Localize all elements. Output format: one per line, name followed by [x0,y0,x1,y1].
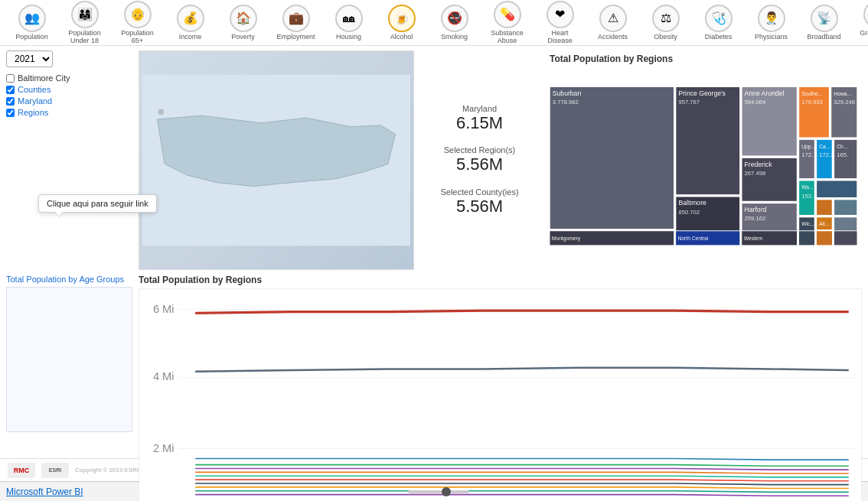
top-navigation: 👥Population👨‍👩‍👧Population Under 18👴Popu… [0,0,868,46]
nav-item-poverty[interactable]: 🏠Poverty [222,5,264,41]
svg-text:North Central: North Central [678,236,709,241]
nav-item-broadband[interactable]: 📡Broadband [803,5,845,41]
rmc-logo: RMC [8,463,35,478]
checkbox-baltimore-city-label: Baltimore City [18,73,70,83]
svg-rect-39 [816,200,832,216]
svg-rect-40 [834,200,857,216]
svg-text:Harford: Harford [745,206,767,213]
svg-text:6 Mi: 6 Mi [153,303,175,315]
powerbi-link[interactable]: Microsoft Power BI [6,486,83,497]
svg-text:Frederick: Frederick [745,161,773,168]
nav-icon-diabetes: 🩺 [705,5,733,32]
nav-item-heart-disease[interactable]: ❤Heart Disease [539,1,581,45]
nav-label-broadband: Broadband [807,34,840,41]
nav-item-diabetes[interactable]: 🩺Diabetes [697,5,739,41]
nav-label-housing: Housing [336,34,361,41]
nav-icon-smoking: 🚭 [441,5,468,32]
selected-regions-stat: Selected Region(s) 5.56M [429,145,530,174]
zoom-thumb [442,487,451,496]
nav-icon-physicians: 👨‍⚕️ [758,5,785,32]
nav-label-smoking: Smoking [441,34,468,41]
nav-item-substance-abuse[interactable]: 💊Substance Abuse [486,1,528,45]
nav-item-accidents[interactable]: ⚠Accidents [592,5,634,41]
svg-text:153.: 153. [801,193,813,200]
filter-checkboxes: Baltimore City Counties Maryland Regions [6,73,132,117]
checkbox-regions-input[interactable] [6,109,15,117]
svg-text:Wa...: Wa... [801,184,813,190]
nav-item-income[interactable]: 💰Income [169,5,211,41]
nav-label-accidents: Accidents [598,34,628,41]
nav-icon-population-65plus: 👴 [124,1,152,28]
nav-item-housing[interactable]: 🏘Housing [328,5,370,41]
svg-rect-2 [550,86,674,229]
svg-text:Wic...: Wic... [801,221,814,226]
nav-icon-broadband: 📡 [811,5,838,32]
svg-text:3.778.982: 3.778.982 [553,99,579,106]
nav-item-smoking[interactable]: 🚭Smoking [433,5,475,41]
checkbox-baltimore-city[interactable]: Baltimore City [6,73,132,83]
nav-item-graduation-rate[interactable]: 🎓Graduation Rate [856,1,868,45]
svg-text:Baltimore: Baltimore [678,199,706,207]
selected-regions-value: 5.56M [429,155,530,174]
nav-icon-graduation-rate: 🎓 [863,1,869,28]
svg-rect-58 [7,288,132,431]
svg-text:Suburban: Suburban [553,89,582,97]
nav-item-employment[interactable]: 💼Employment [275,5,317,41]
nav-icon-poverty: 🏠 [230,5,257,32]
maryland-stat-value: 6.15M [429,113,530,133]
svg-text:267.498: 267.498 [745,170,766,177]
svg-text:Western: Western [744,236,763,241]
nav-label-population: Population [15,34,48,41]
nav-item-alcohol[interactable]: 🍺Alcohol [380,5,423,41]
nav-icon-employment: 💼 [282,5,310,32]
nav-label-obesity: Obesity [654,34,677,41]
svg-text:172.1: 172.1 [819,151,834,158]
nav-item-population-65plus[interactable]: 👴Population 65+ [116,1,158,45]
stats-area: Maryland 6.15M Selected Region(s) 5.56M … [420,50,539,270]
nav-icon-population: 👥 [18,5,46,32]
map-svg [142,54,410,266]
nav-label-population-65plus: Population 65+ [116,30,158,45]
nav-label-employment: Employment [276,34,315,41]
svg-text:850.702: 850.702 [678,209,700,216]
checkbox-regions[interactable]: Regions [6,108,132,117]
svg-text:584.064: 584.064 [745,99,766,106]
checkbox-maryland[interactable]: Maryland [6,96,132,106]
checkbox-counties[interactable]: Counties [6,85,132,94]
line-chart-title: Total Population by Regions [139,275,862,285]
nav-icon-substance-abuse: 💊 [494,1,521,28]
link-tooltip: Clique aqui para seguir link [38,194,157,213]
checkbox-maryland-input[interactable] [6,97,15,106]
nav-icon-accidents: ⚠ [599,5,627,32]
svg-text:Southe...: Southe... [801,91,822,96]
selected-counties-label: Selected County(ies) [429,187,530,197]
svg-rect-57 [834,231,857,246]
nav-item-physicians[interactable]: 👨‍⚕️Physicians [750,5,792,41]
map-area[interactable] [139,50,414,270]
esri-logo: ESRI [41,463,69,478]
nav-item-obesity[interactable]: ⚖Obesity [644,5,687,41]
bottom-row: Total Population by Age Groups Total Pop… [0,275,868,458]
nav-icon-housing: 🏘 [335,5,363,32]
svg-text:All...: All... [819,221,829,226]
age-chart-svg [7,288,132,431]
checkbox-baltimore-city-input[interactable] [6,74,15,83]
nav-item-population[interactable]: 👥Population [11,5,53,41]
age-chart-area: Total Population by Age Groups [6,275,132,454]
checkbox-counties-input[interactable] [6,86,15,94]
treemap-svg: Suburban3.778.982Prince George's957.767A… [550,67,857,267]
selected-counties-stat: Selected County(ies) 5.56M [429,187,530,216]
svg-text:957.767: 957.767 [678,99,700,106]
nav-label-income: Income [179,34,202,41]
checkbox-counties-label: Counties [18,85,51,94]
year-select[interactable]: 2021 [6,50,53,67]
age-chart-placeholder [6,287,132,432]
nav-icon-population-under-18: 👨‍👩‍👧 [71,1,99,28]
selected-regions-label: Selected Region(s) [429,145,530,155]
nav-item-population-under-18[interactable]: 👨‍👩‍👧Population Under 18 [64,1,106,45]
main-content: 2021 Baltimore City Counties Maryland [0,46,868,458]
zoom-slider[interactable] [408,490,469,493]
svg-text:170.933: 170.933 [801,99,823,106]
left-panel: 2021 Baltimore City Counties Maryland [6,50,132,270]
nav-icon-alcohol: 🍺 [388,5,416,32]
